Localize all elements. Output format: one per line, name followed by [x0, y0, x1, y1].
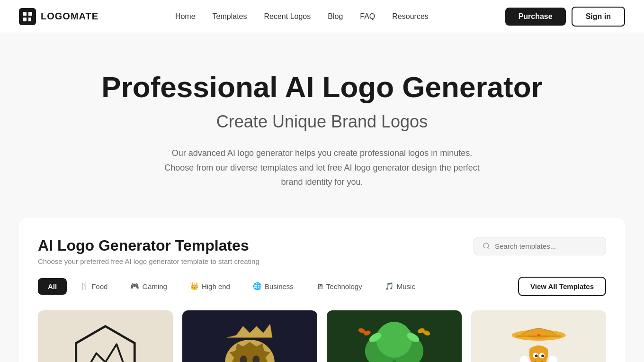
nav-home[interactable]: Home — [175, 12, 196, 21]
header-actions: Purchase Sign in — [505, 7, 625, 27]
technology-icon: 🖥 — [316, 282, 323, 290]
templates-title: AI Logo Generator Templates — [38, 237, 259, 254]
svg-point-26 — [376, 322, 412, 358]
filter-food[interactable]: 🍴 Food — [70, 278, 117, 295]
view-all-templates-button[interactable]: View All Templates — [518, 277, 606, 296]
logo-card-lion[interactable] — [182, 310, 317, 362]
hero-section: Professional AI Logo Generator Create Un… — [0, 33, 644, 218]
music-icon: 🎵 — [385, 282, 394, 290]
jungle-logo-svg: JUNGE JUMP — [327, 313, 462, 362]
nav-resources[interactable]: Resources — [392, 12, 428, 21]
filter-tabs: All 🍴 Food 🎮 Gaming 👑 High end 🌐 Busines… — [38, 278, 425, 295]
svg-marker-11 — [227, 324, 272, 338]
logo-text: LOGOMATE — [41, 11, 98, 22]
templates-header: AI Logo Generator Templates Choose your … — [38, 237, 606, 265]
filter-music[interactable]: 🎵 Music — [375, 278, 425, 295]
hero-title: Professional AI Logo Generator — [19, 71, 625, 103]
highend-icon: 👑 — [190, 282, 199, 290]
nav-templates[interactable]: Templates — [213, 12, 247, 21]
svg-rect-2 — [28, 12, 32, 16]
svg-point-42 — [535, 354, 538, 357]
svg-point-46 — [520, 355, 529, 362]
nav-recent-logos[interactable]: Recent Logos — [264, 12, 311, 21]
svg-rect-1 — [23, 12, 27, 16]
filter-highend[interactable]: 👑 High end — [180, 278, 240, 295]
templates-subtitle: Choose your preferred free AI logo gener… — [38, 257, 259, 265]
gaming-icon: 🎮 — [130, 282, 139, 290]
logo-grid: JUNGE JUMP — [38, 310, 606, 362]
logo-card-mountain[interactable] — [38, 310, 173, 362]
logo-area[interactable]: LOGOMATE — [19, 8, 98, 25]
purchase-button[interactable]: Purchase — [505, 8, 566, 26]
mountain-logo-svg — [38, 313, 173, 362]
header: LOGOMATE Home Templates Recent Logos Blo… — [0, 0, 644, 33]
nav-faq[interactable]: FAQ — [360, 12, 375, 21]
hero-subtitle: Create Unique Brand Logos — [19, 112, 625, 132]
filter-bar: All 🍴 Food 🎮 Gaming 👑 High end 🌐 Busines… — [38, 277, 606, 296]
filter-technology[interactable]: 🖥 Technology — [306, 278, 372, 295]
logo-card-taco[interactable]: TACO LOCO — [471, 310, 606, 362]
search-input[interactable] — [495, 242, 597, 250]
svg-line-6 — [488, 248, 489, 249]
svg-point-39 — [537, 334, 540, 337]
signin-button[interactable]: Sign in — [572, 7, 625, 27]
lion-logo-svg — [182, 313, 317, 362]
business-icon: 🌐 — [253, 282, 262, 290]
templates-section: AI Logo Generator Templates Choose your … — [19, 218, 625, 362]
svg-point-43 — [541, 354, 544, 357]
search-box[interactable] — [474, 237, 606, 255]
nav-blog[interactable]: Blog — [328, 12, 343, 21]
svg-marker-7 — [76, 326, 135, 362]
search-icon — [483, 242, 490, 250]
taco-logo-svg: TACO LOCO — [471, 313, 606, 362]
svg-rect-3 — [23, 18, 27, 21]
logo-card-jungle[interactable]: JUNGE JUMP — [327, 310, 462, 362]
templates-title-group: AI Logo Generator Templates Choose your … — [38, 237, 259, 265]
main-nav: Home Templates Recent Logos Blog FAQ Res… — [175, 12, 429, 21]
svg-rect-0 — [19, 8, 36, 25]
filter-all[interactable]: All — [38, 278, 67, 295]
filter-business[interactable]: 🌐 Business — [243, 278, 304, 295]
hero-description: Our advanced AI logo generator helps you… — [161, 146, 483, 190]
logomate-icon — [19, 8, 36, 25]
food-icon: 🍴 — [80, 282, 89, 290]
svg-rect-4 — [28, 18, 31, 21]
svg-point-47 — [548, 355, 557, 362]
filter-gaming[interactable]: 🎮 Gaming — [120, 278, 177, 295]
